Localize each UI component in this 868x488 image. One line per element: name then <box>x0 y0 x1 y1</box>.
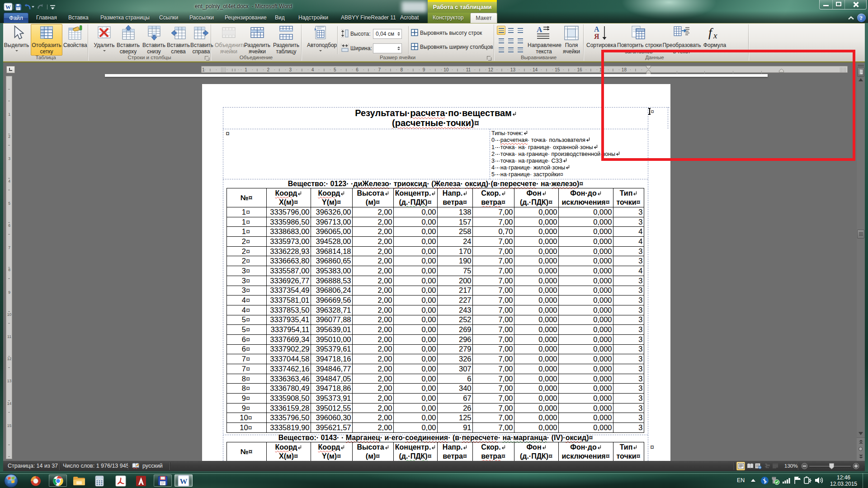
svg-text:Я: Я <box>594 33 599 40</box>
svg-text:W: W <box>180 477 188 486</box>
svg-text:x: x <box>713 31 717 40</box>
svg-text:А: А <box>594 25 599 33</box>
svg-text:f: f <box>708 25 713 39</box>
svg-text:W: W <box>5 4 11 10</box>
svg-text:A: A <box>537 25 542 34</box>
